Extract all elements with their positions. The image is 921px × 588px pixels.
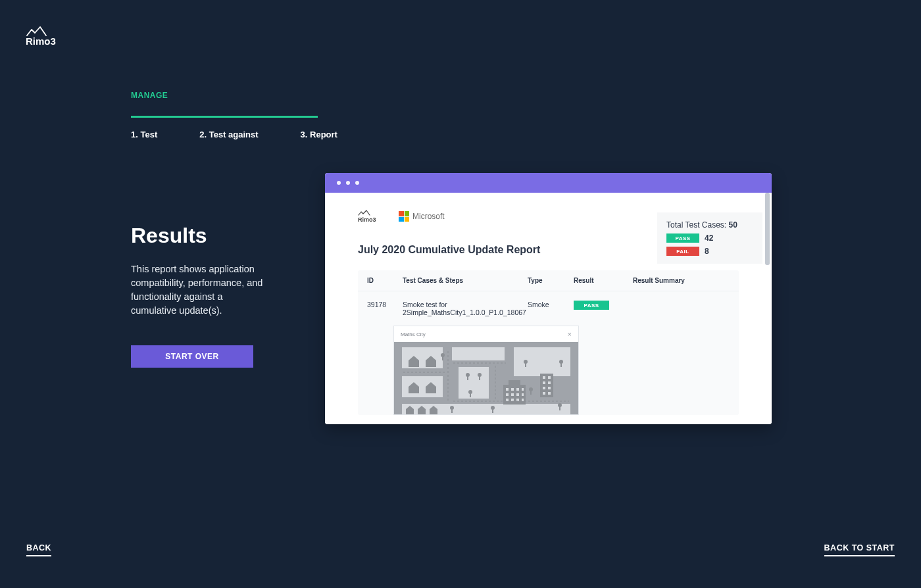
results-table: ID Test Cases & Steps Type Result Result… [358,270,739,415]
step-3: 3. Report [301,130,337,139]
svg-rect-22 [522,399,524,401]
svg-rect-16 [511,393,514,396]
svg-rect-48 [492,409,493,413]
svg-rect-13 [516,388,519,391]
wizard-steps: 1. Test 2. Test against 3. Report [131,130,318,139]
back-to-start-link[interactable]: BACK TO START [824,543,895,556]
svg-rect-5 [402,376,443,397]
report-preview: Rimo3 Microsoft July 2020 Cumulative Upd… [325,173,772,424]
cell-name: Smoke test for 2Simple_MathsCity1_1.0.0_… [403,301,528,316]
svg-rect-46 [559,406,560,410]
svg-rect-26 [548,381,551,384]
svg-rect-36 [479,376,480,380]
rimo3-logo-icon: Rimo3 [358,210,384,223]
svg-rect-50 [451,409,453,413]
start-over-button[interactable]: START OVER [131,345,253,368]
col-type: Type [528,277,574,284]
svg-rect-32 [442,356,443,360]
svg-rect-24 [548,376,551,379]
svg-rect-20 [511,399,514,401]
total-test-cases: Total Test Cases: 50 [666,220,753,230]
svg-rect-15 [506,393,509,396]
col-steps: Test Cases & Steps [403,277,528,284]
svg-rect-28 [548,387,551,389]
fail-badge: FAIL [666,247,699,256]
table-header: ID Test Cases & Steps Type Result Result… [358,270,739,291]
svg-rect-7 [402,404,570,414]
svg-rect-11 [506,388,509,391]
svg-rect-6 [459,367,489,399]
svg-rect-42 [560,363,562,367]
svg-rect-2 [402,347,443,368]
microsoft-label: Microsoft [412,212,445,221]
test-summary-card: Total Test Cases: 50 PASS 42 FAIL 8 [657,212,762,264]
app-screenshot: Maths City × [393,326,579,415]
traffic-light-icon [346,181,350,185]
table-row: 39178 Smoke test for 2Simple_MathsCity1_… [358,291,739,322]
fail-row: FAIL 8 [666,247,753,256]
pass-count: 42 [705,233,713,243]
pass-badge: PASS [666,233,699,243]
svg-rect-27 [543,387,545,389]
svg-rect-10 [540,374,553,397]
svg-rect-23 [543,376,545,379]
svg-rect-38 [470,393,471,397]
svg-text:Rimo3: Rimo3 [26,36,56,46]
svg-rect-25 [543,381,545,384]
page-description: This report shows application compatibil… [131,262,269,318]
fail-count: 8 [705,247,709,256]
traffic-light-icon [337,181,341,185]
close-icon: × [568,330,572,338]
back-link[interactable]: BACK [26,543,51,556]
cell-type: Smoke [528,301,574,308]
step-1: 1. Test [131,130,157,139]
svg-rect-14 [522,388,524,391]
svg-rect-29 [543,392,545,395]
cell-result: PASS [574,301,633,310]
pass-row: PASS 42 [666,233,753,243]
svg-rect-34 [467,376,468,380]
svg-rect-21 [516,399,519,401]
svg-text:Rimo3: Rimo3 [358,216,376,223]
brand-logo: Rimo3 [26,26,69,46]
col-result: Result [574,277,633,284]
traffic-light-icon [355,181,359,185]
svg-rect-19 [506,399,509,401]
svg-rect-17 [516,393,519,396]
cell-id: 39178 [367,301,403,308]
svg-rect-40 [525,363,526,367]
svg-rect-30 [548,392,551,395]
section-tab-label: MANAGE [131,91,318,100]
col-summary: Result Summary [633,277,730,284]
svg-rect-3 [452,347,505,360]
svg-rect-12 [511,388,514,391]
svg-rect-44 [530,391,532,395]
microsoft-logo: Microsoft [399,211,445,222]
window-titlebar [325,173,772,193]
app-map-illustration [394,342,578,414]
svg-rect-18 [522,393,524,396]
page-title: Results [131,224,318,248]
pass-pill: PASS [574,301,609,310]
col-id: ID [367,277,403,284]
microsoft-icon [399,211,409,222]
app-title: Maths City [401,331,426,337]
step-2: 2. Test against [199,130,258,139]
tab-underline [131,116,318,118]
svg-rect-9 [509,380,520,385]
